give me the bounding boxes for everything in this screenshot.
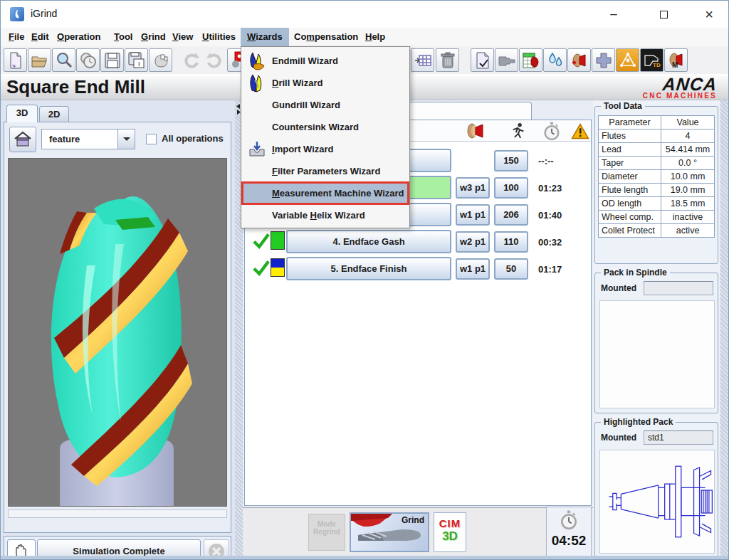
feature-select[interactable]: feature	[41, 129, 135, 149]
window-bottom-edge	[1, 556, 729, 560]
svg-text:TD: TD	[653, 62, 661, 68]
confirm-document-button[interactable]	[471, 48, 494, 72]
table-row: Diameter10.0 mm	[599, 170, 715, 184]
drill-wizard-icon	[247, 73, 267, 93]
export-table-button[interactable]	[411, 48, 434, 72]
redo-button[interactable]	[203, 48, 226, 72]
chevron-down-icon[interactable]	[117, 130, 135, 149]
coolant-icon	[546, 51, 565, 70]
preview-button[interactable]	[52, 48, 75, 72]
view-panel: feature All operations	[4, 122, 231, 533]
collet-icon	[498, 51, 516, 70]
wheel-measure-button[interactable]: M	[664, 48, 688, 72]
menu-item-countersink-wizard[interactable]: Countersink Wizard	[242, 116, 409, 138]
operation-button[interactable]: 5. Endface Finish	[286, 257, 451, 280]
tool-draft-button[interactable]: TD	[640, 48, 664, 72]
menu-operation[interactable]: Operation	[51, 28, 107, 46]
running-man-icon	[510, 122, 525, 140]
tab-3d[interactable]: 3D	[6, 105, 38, 122]
svg-text:I: I	[138, 60, 140, 68]
save-as-icon: I	[127, 51, 146, 70]
tool-holder-drawing	[600, 450, 714, 553]
wheel-pack-button[interactable]: w1 p1	[456, 204, 490, 226]
wheel-pack-button[interactable]: w3 p1	[456, 177, 490, 199]
table-row: Wheel comp.inactive	[599, 211, 715, 224]
menu-item-import-wizard[interactable]: Import Wizard	[242, 138, 409, 160]
feed-button[interactable]: 206	[494, 204, 528, 226]
grind-button-label: Grind	[402, 515, 424, 525]
stopwatch-icon	[542, 122, 561, 141]
right-splitter[interactable]	[720, 100, 728, 560]
menu-help[interactable]: Help	[359, 28, 392, 46]
table-row: Flutes4	[599, 130, 715, 143]
feed-button[interactable]: 100	[494, 177, 528, 199]
wheel-add-button[interactable]	[567, 48, 591, 72]
cim3d-logo-bottom: 3D	[434, 529, 466, 544]
spindle-pack-field	[644, 281, 713, 295]
wheel-pack-button[interactable]: w1 p1	[456, 258, 490, 280]
print-mouse-icon	[152, 51, 170, 70]
feed-button[interactable]: 50	[494, 258, 528, 280]
simulation-button[interactable]	[616, 48, 639, 72]
viewport-3d[interactable]	[8, 158, 227, 507]
spindle-pack-preview	[599, 300, 715, 408]
check-icon	[252, 231, 271, 250]
collet-button[interactable]	[495, 48, 518, 72]
feed-button[interactable]: 110	[494, 231, 528, 253]
menu-item-endmill-wizard[interactable]: Endmill Wizard	[242, 50, 409, 72]
operation-time: 00:32	[538, 237, 562, 248]
operation-color-chip	[271, 231, 285, 250]
import-wizard-icon	[247, 139, 267, 159]
menu-wizards[interactable]: Wizards	[241, 28, 289, 46]
left-panel: 3D 2D feature All operations	[1, 100, 236, 560]
home-view-button[interactable]	[9, 127, 36, 152]
history-button[interactable]	[76, 48, 100, 72]
cim3d-logo-top: CIM	[434, 517, 466, 529]
page-title: Square End Mill	[6, 76, 145, 98]
igrind-window: iGrind – × File Edit Operation Tool Grin…	[0, 0, 729, 560]
feed-button[interactable]: 150	[494, 150, 528, 171]
menu-item-filter-parameters-wizard[interactable]: Filter Parameters Wizard	[242, 160, 409, 182]
coolant-button[interactable]	[543, 48, 567, 72]
save-as-button[interactable]: I	[125, 48, 148, 72]
table-row: Taper0.0 °	[599, 157, 715, 170]
operation-button[interactable]: 4. Endface Gash	[286, 230, 451, 253]
menu-item-gundrill-wizard[interactable]: Gundrill Wizard	[242, 94, 409, 116]
add-button[interactable]	[592, 48, 615, 72]
grind-button[interactable]: Grind	[350, 512, 429, 552]
operation-time: --:--	[538, 156, 554, 167]
save-button[interactable]	[100, 48, 124, 72]
delete-icon	[439, 51, 457, 70]
menu-view[interactable]: View	[166, 28, 199, 46]
mode-regrind-button[interactable]: Mode Regrind	[308, 514, 345, 551]
cim3d-button[interactable]: CIM 3D	[434, 512, 466, 552]
menu-item-drill-wizard[interactable]: Drill Wizard	[242, 72, 409, 94]
undo-button[interactable]	[179, 48, 202, 72]
wheel-table-button[interactable]	[519, 48, 542, 72]
minimize-button[interactable]: –	[597, 1, 630, 28]
undo-icon	[182, 51, 200, 70]
delete-button[interactable]	[436, 48, 459, 72]
wheel-pack-button[interactable]: w2 p1	[456, 231, 490, 253]
add-icon	[594, 51, 613, 70]
history-clock-icon	[79, 51, 98, 70]
grind-bottom-bar: Mode Regrind Grind CIM 3D 04:	[243, 507, 593, 557]
maximize-button[interactable]	[647, 1, 680, 28]
check-icon	[252, 258, 271, 277]
menu-item-variable-helix-wizard[interactable]: Variable Helix Wizard	[242, 204, 409, 226]
wheel-measure-icon: M	[667, 51, 686, 70]
new-file-button[interactable]	[4, 48, 27, 72]
table-row: OD length18.5 mm	[599, 197, 715, 211]
highlighted-pack-field: std1	[644, 430, 713, 445]
menu-compensation[interactable]: Compensation	[288, 28, 364, 46]
tab-2d[interactable]: 2D	[39, 106, 69, 122]
menu-bar: File Edit Operation Tool Grind View Util…	[1, 28, 728, 46]
menu-utilities[interactable]: Utilities	[196, 28, 242, 46]
open-button[interactable]	[28, 48, 51, 72]
plot-button[interactable]	[149, 48, 172, 72]
search-icon	[55, 51, 73, 70]
close-button[interactable]: ×	[693, 1, 725, 28]
timer-value: 04:52	[547, 533, 591, 549]
all-operations-checkbox[interactable]	[146, 134, 157, 144]
title-bar[interactable]: iGrind – ×	[1, 1, 728, 28]
